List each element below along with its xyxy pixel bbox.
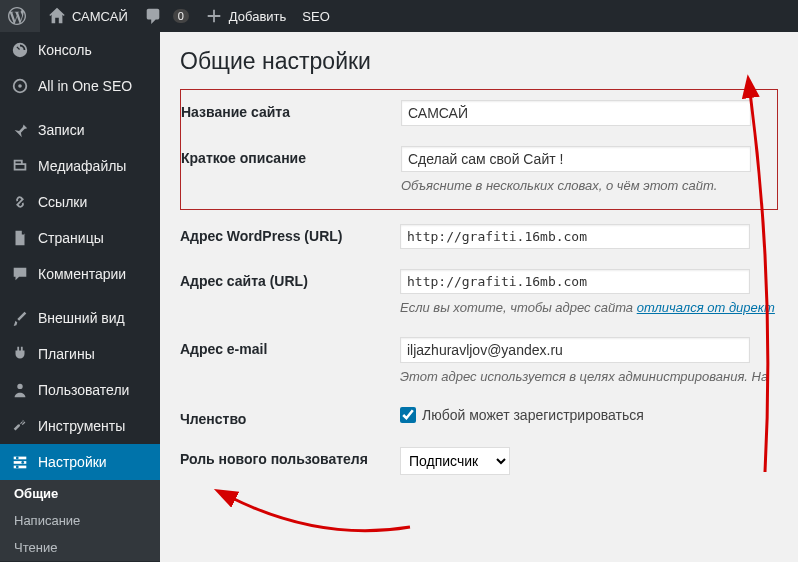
sidebar-item-comments[interactable]: Комментарии — [0, 256, 160, 292]
membership-checkbox-label[interactable]: Любой может зарегистрироваться — [400, 407, 644, 423]
sidebar-item-plugins[interactable]: Плагины — [0, 336, 160, 372]
add-new-label: Добавить — [229, 9, 286, 24]
brush-icon — [10, 308, 30, 328]
submenu-item-general[interactable]: Общие — [0, 480, 160, 507]
settings-submenu: Общие Написание Чтение — [0, 480, 160, 561]
comments-link[interactable]: 0 — [136, 0, 197, 32]
seo-label: SEO — [302, 9, 329, 24]
dashboard-icon — [10, 40, 30, 60]
membership-checkbox[interactable] — [400, 407, 416, 423]
sidebar-item-appearance[interactable]: Внешний вид — [0, 300, 160, 336]
sidebar-item-aioseo[interactable]: All in One SEO — [0, 68, 160, 104]
annotation-arrow — [220, 487, 420, 550]
submenu-item-reading[interactable]: Чтение — [0, 534, 160, 561]
sidebar-item-label: Плагины — [38, 346, 95, 362]
svg-point-7 — [21, 461, 24, 464]
tools-icon — [10, 416, 30, 436]
site-home-link[interactable]: САМСАЙ — [40, 0, 136, 32]
link-icon — [10, 192, 30, 212]
pin-icon — [10, 120, 30, 140]
comments-count: 0 — [173, 9, 189, 23]
content-area: Общие настройки Название сайта Краткое о… — [160, 32, 798, 562]
siteurl-desc-link[interactable]: отличался от директ — [637, 300, 775, 315]
tagline-label: Краткое описание — [181, 146, 401, 166]
wp-logo[interactable] — [0, 0, 40, 32]
siteurl-desc: Если вы хотите, чтобы адрес сайта отлича… — [400, 299, 778, 317]
siteurl-label: Адрес сайта (URL) — [180, 269, 400, 289]
email-input[interactable] — [400, 337, 750, 363]
sidebar-item-label: Записи — [38, 122, 84, 138]
sidebar-item-tools[interactable]: Инструменты — [0, 408, 160, 444]
siteurl-input[interactable] — [400, 269, 750, 294]
comment-icon — [10, 264, 30, 284]
seo-icon — [10, 76, 30, 96]
sidebar-item-label: Страницы — [38, 230, 104, 246]
plus-icon — [205, 7, 223, 25]
sidebar-item-pages[interactable]: Страницы — [0, 220, 160, 256]
sidebar-item-links[interactable]: Ссылки — [0, 184, 160, 220]
svg-point-8 — [16, 466, 19, 469]
page-icon — [10, 228, 30, 248]
sidebar-item-label: Консоль — [38, 42, 92, 58]
sidebar-item-media[interactable]: Медиафайлы — [0, 148, 160, 184]
add-new-link[interactable]: Добавить — [197, 0, 294, 32]
role-label: Роль нового пользователя — [180, 447, 400, 467]
page-title: Общие настройки — [180, 48, 778, 75]
site-title-label: Название сайта — [181, 100, 401, 120]
svg-rect-4 — [14, 461, 27, 464]
sidebar-item-label: Ссылки — [38, 194, 87, 210]
sidebar-item-label: All in One SEO — [38, 78, 132, 94]
svg-rect-5 — [14, 466, 27, 469]
wpurl-label: Адрес WordPress (URL) — [180, 224, 400, 244]
svg-point-1 — [18, 84, 22, 88]
svg-point-2 — [17, 384, 22, 389]
sidebar-item-settings[interactable]: Настройки — [0, 444, 160, 480]
plugin-icon — [10, 344, 30, 364]
svg-rect-3 — [14, 457, 27, 460]
wordpress-icon — [8, 7, 26, 25]
site-name: САМСАЙ — [72, 9, 128, 24]
wpurl-input[interactable] — [400, 224, 750, 249]
home-icon — [48, 7, 66, 25]
email-label: Адрес e-mail — [180, 337, 400, 357]
role-select[interactable]: Подписчик — [400, 447, 510, 475]
email-desc: Этот адрес используется в целях админист… — [400, 368, 778, 386]
settings-icon — [10, 452, 30, 472]
membership-label: Членство — [180, 407, 400, 427]
sidebar-item-label: Пользователи — [38, 382, 129, 398]
tagline-input[interactable] — [401, 146, 751, 172]
users-icon — [10, 380, 30, 400]
admin-sidebar: Консоль All in One SEO Записи Медиафайлы… — [0, 32, 160, 562]
sidebar-item-users[interactable]: Пользователи — [0, 372, 160, 408]
sidebar-item-label: Медиафайлы — [38, 158, 126, 174]
media-icon — [10, 156, 30, 176]
tagline-desc: Объясните в нескольких словах, о чём это… — [401, 177, 765, 195]
highlight-box: Название сайта Краткое описание Объяснит… — [180, 89, 778, 210]
sidebar-item-label: Комментарии — [38, 266, 126, 282]
submenu-item-writing[interactable]: Написание — [0, 507, 160, 534]
admin-bar: САМСАЙ 0 Добавить SEO — [0, 0, 798, 32]
comment-icon — [144, 7, 162, 25]
sidebar-item-label: Настройки — [38, 454, 107, 470]
site-title-input[interactable] — [401, 100, 751, 126]
sidebar-item-dashboard[interactable]: Консоль — [0, 32, 160, 68]
sidebar-item-posts[interactable]: Записи — [0, 112, 160, 148]
seo-link[interactable]: SEO — [294, 0, 337, 32]
svg-point-6 — [16, 457, 19, 460]
sidebar-item-label: Инструменты — [38, 418, 125, 434]
sidebar-item-label: Внешний вид — [38, 310, 125, 326]
